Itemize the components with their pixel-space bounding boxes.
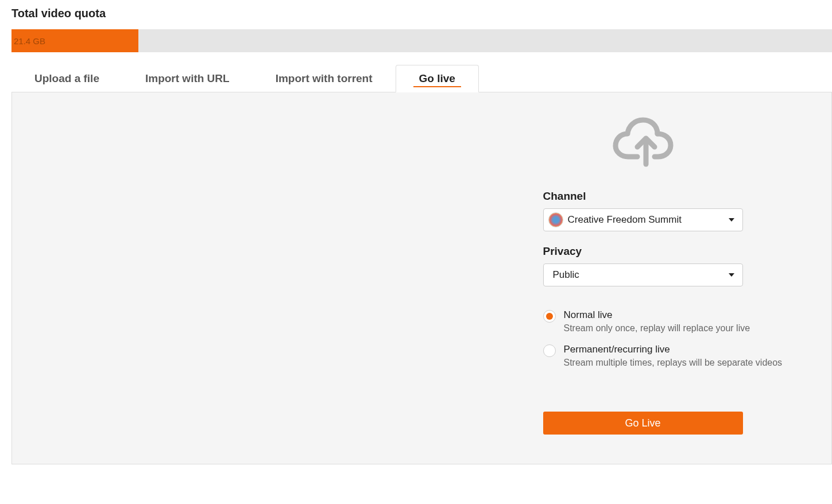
live-type-group: Normal live Stream only once, replay wil… (543, 309, 743, 378)
quota-title: Total video quota (11, 7, 832, 20)
live-type-permanent[interactable]: Permanent/recurring live Stream multiple… (543, 344, 743, 368)
privacy-select[interactable]: Public (543, 263, 743, 286)
tab-upload-file[interactable]: Upload a file (11, 65, 122, 92)
quota-bar: 21.4 GB (11, 29, 832, 52)
go-live-form: Channel Creative Freedom Summit Privacy … (543, 110, 743, 447)
live-type-normal-desc: Stream only once, replay will replace yo… (564, 323, 750, 334)
tab-go-live[interactable]: Go live (396, 65, 479, 92)
go-live-panel: Channel Creative Freedom Summit Privacy … (11, 92, 832, 464)
privacy-label: Privacy (543, 245, 743, 258)
chevron-down-icon (729, 218, 734, 222)
tab-import-torrent[interactable]: Import with torrent (253, 65, 396, 92)
tab-import-url[interactable]: Import with URL (122, 65, 253, 92)
quota-fill: 21.4 GB (11, 29, 138, 52)
channel-label: Channel (543, 190, 743, 203)
live-type-normal[interactable]: Normal live Stream only once, replay wil… (543, 309, 743, 334)
upload-cloud-icon (543, 110, 743, 167)
channel-select[interactable]: Creative Freedom Summit (543, 208, 743, 231)
channel-avatar-icon (548, 212, 563, 227)
quota-used-label: 21.4 GB (14, 36, 45, 46)
privacy-value: Public (553, 269, 579, 281)
radio-icon (543, 344, 556, 357)
live-type-permanent-title: Permanent/recurring live (564, 344, 783, 355)
chevron-down-icon (729, 273, 734, 277)
live-type-permanent-desc: Stream multiple times, replays will be s… (564, 358, 783, 368)
tabs-row: Upload a file Import with URL Import wit… (11, 65, 832, 92)
radio-icon (543, 310, 556, 323)
go-live-button[interactable]: Go Live (543, 412, 743, 435)
channel-value: Creative Freedom Summit (568, 214, 682, 226)
live-type-normal-title: Normal live (564, 309, 750, 321)
